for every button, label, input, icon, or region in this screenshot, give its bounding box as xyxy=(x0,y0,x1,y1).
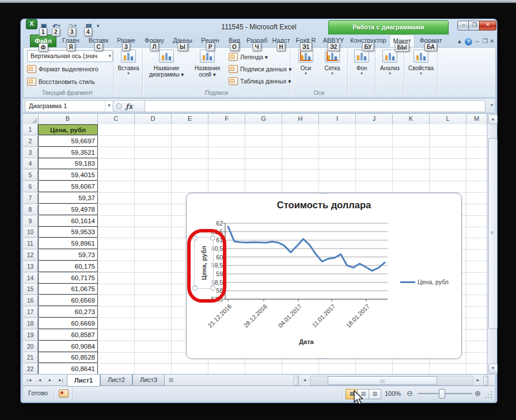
cell-B2[interactable]: 59,6697 xyxy=(38,136,98,147)
column-header-H[interactable]: H xyxy=(282,114,319,124)
cell-B5[interactable]: 59,4015 xyxy=(38,170,98,181)
formula-input[interactable] xyxy=(145,100,485,112)
column-header-I[interactable]: I xyxy=(319,114,356,124)
chart-bottom-grip[interactable]: ···· xyxy=(319,357,328,359)
row-header-22[interactable]: 22 xyxy=(23,364,38,374)
column-header-J[interactable]: J xyxy=(356,114,393,124)
cell-B22[interactable]: 60,8641 xyxy=(38,364,98,374)
insert-function-button[interactable]: ƒx xyxy=(112,100,146,112)
scroll-down-icon[interactable]: ▼ xyxy=(488,364,498,373)
tab-ABBYY[interactable]: ABBYYЭ2 xyxy=(320,35,347,47)
zoom-slider-thumb[interactable] xyxy=(439,389,445,399)
select-all-corner[interactable] xyxy=(23,114,39,124)
column-header-G[interactable]: G xyxy=(245,114,282,124)
tab-Файл[interactable]: ФайлФ xyxy=(30,35,56,48)
tab-Форму[interactable]: ФормуЛ xyxy=(142,35,167,47)
column-header-E[interactable]: E xyxy=(172,114,208,124)
row-header-12[interactable]: 12 xyxy=(23,250,38,261)
chart-legend[interactable]: Цена, рубл xyxy=(400,278,449,285)
chart-title[interactable]: Стоимость доллара xyxy=(187,200,461,211)
row-header-1[interactable]: 1 xyxy=(23,124,38,135)
row-header-17[interactable]: 17 xyxy=(23,307,38,318)
row-header-9[interactable]: 9 xyxy=(23,216,38,227)
tab-Данны[interactable]: ДанныЫ xyxy=(170,35,195,47)
help-icon[interactable]: ? xyxy=(465,38,472,45)
row-header-2[interactable]: 2 xyxy=(23,136,38,147)
last-sheet-icon[interactable]: ►| xyxy=(56,376,65,384)
chart-object[interactable]: ···· ···· Стоимость доллара 6261,56160,5… xyxy=(186,193,462,359)
window-resize-grip[interactable] xyxy=(484,390,493,399)
hscroll-split-handle[interactable] xyxy=(483,376,488,385)
cell-B9[interactable]: 60,1614 xyxy=(38,216,98,227)
name-box[interactable]: Диаграмма 1 ▼ xyxy=(25,100,113,112)
column-header-D[interactable]: D xyxy=(135,114,172,124)
ribbon-collapse-icon[interactable]: ▲ xyxy=(457,38,462,45)
column-header-F[interactable]: F xyxy=(208,114,245,124)
properties-button[interactable]: Свойства▾ xyxy=(406,49,436,87)
vertical-scroll-thumb[interactable] xyxy=(488,138,498,329)
chart-title-button[interactable]: Название диаграммы ▾ xyxy=(146,49,187,87)
cell-B13[interactable]: 60,175 xyxy=(38,261,98,272)
row-header-21[interactable]: 21 xyxy=(23,352,38,363)
tab-Конструктор[interactable]: КонструкторБУ xyxy=(350,35,386,47)
row-header-19[interactable]: 19 xyxy=(23,330,38,341)
row-header-6[interactable]: 6 xyxy=(23,181,38,192)
hscroll-right-icon[interactable]: ► xyxy=(473,376,483,384)
zoom-in-icon[interactable]: ⊕ xyxy=(475,389,481,398)
reset-style-button[interactable]: Восстановить стиль xyxy=(27,76,95,87)
prev-sheet-icon[interactable]: ◄ xyxy=(35,376,44,384)
small-button-Подписи данных[interactable]: Подписи данных ▾ xyxy=(229,63,291,75)
tab-Формат[interactable]: ФорматБА xyxy=(417,35,445,47)
row-header-4[interactable]: 4 xyxy=(23,158,38,169)
axis-titles-button[interactable]: Названия осей ▾ xyxy=(189,49,225,87)
insert-worksheet-icon[interactable]: ⊞ xyxy=(166,376,176,384)
small-button-Таблица данных[interactable]: Таблица данных ▾ xyxy=(229,75,291,87)
cell-B15[interactable]: 61,0675 xyxy=(38,284,98,295)
cell-B3[interactable]: 59,3521 xyxy=(38,147,98,158)
scroll-up-icon[interactable]: ▲ xyxy=(488,114,498,124)
tab-Разраб[interactable]: РазрабЧ xyxy=(246,35,267,47)
cell-B7[interactable]: 59,37 xyxy=(38,193,98,204)
next-sheet-icon[interactable]: ► xyxy=(45,376,55,384)
horizontal-scrollbar[interactable] xyxy=(310,376,473,385)
cell-B21[interactable]: 60,8528 xyxy=(38,352,98,363)
row-header-13[interactable]: 13 xyxy=(23,261,38,272)
analysis-button[interactable]: Анализ▾ xyxy=(377,49,403,87)
window-close-button[interactable]: ✕ xyxy=(479,21,496,30)
formula-bar-expand-icon[interactable]: ▾ xyxy=(491,102,493,108)
cell-B4[interactable]: 59,183 xyxy=(38,158,98,169)
background-button[interactable]: Фон▾ xyxy=(350,49,374,87)
page-break-view-button[interactable]: ▥ xyxy=(369,389,381,399)
cell-B17[interactable]: 60,273 xyxy=(38,307,98,318)
cell-B19[interactable]: 60,8587 xyxy=(38,330,98,341)
row-header-10[interactable]: 10 xyxy=(23,227,38,238)
column-header-L[interactable]: L xyxy=(430,114,466,124)
vertical-scrollbar[interactable]: ▲ ▼ xyxy=(487,114,497,374)
cell-B1[interactable]: Цена, рубл xyxy=(38,124,98,135)
column-header-B[interactable]: B xyxy=(38,114,98,124)
sheet-tab-Лист1[interactable]: Лист1 xyxy=(67,375,100,387)
sheet-tab-Лист2[interactable]: Лист2 xyxy=(100,375,132,386)
plot-area[interactable] xyxy=(225,223,388,299)
cell-B16[interactable]: 60,6569 xyxy=(38,295,98,306)
column-header-K[interactable]: K xyxy=(393,114,430,124)
hscroll-left-icon[interactable]: ◄ xyxy=(300,376,309,384)
horizontal-scroll-thumb[interactable] xyxy=(328,376,437,385)
cell-B20[interactable]: 60,9084 xyxy=(38,341,98,352)
workbook-minimize-icon[interactable]: ‒ xyxy=(476,38,479,45)
cell-B6[interactable]: 59,6067 xyxy=(38,181,98,192)
small-button-Легенда[interactable]: Легенда ▾ xyxy=(229,51,268,63)
zoom-out-icon[interactable]: ⊖ xyxy=(407,389,413,398)
row-header-8[interactable]: 8 xyxy=(23,204,38,215)
cell-B8[interactable]: 59,4978 xyxy=(38,204,98,215)
tab-Вид[interactable]: ВидО xyxy=(226,35,243,47)
name-box-dropdown-icon[interactable]: ▼ xyxy=(105,101,113,112)
row-header-20[interactable]: 20 xyxy=(23,341,38,352)
first-sheet-icon[interactable]: |◄ xyxy=(25,376,34,384)
tab-Разме[interactable]: РазмеЗ xyxy=(114,35,138,47)
row-header-7[interactable]: 7 xyxy=(23,193,38,204)
cell-B14[interactable]: 60,7175 xyxy=(38,273,98,284)
row-header-11[interactable]: 11 xyxy=(23,238,38,249)
insert-button[interactable]: Вставка▾ xyxy=(115,49,142,87)
record-macro-icon[interactable] xyxy=(59,390,69,398)
